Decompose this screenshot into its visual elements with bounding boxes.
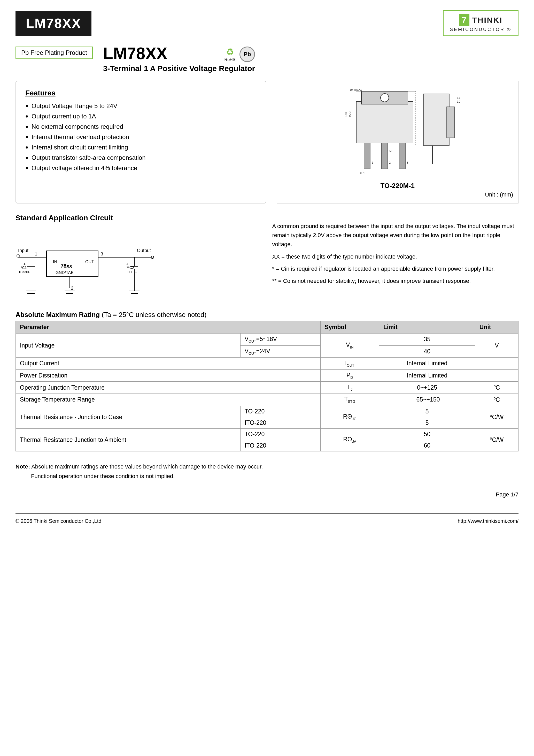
table-row: Thermal Resistance - Junction to Case TO… — [16, 406, 519, 417]
col-symbol: Symbol — [320, 321, 379, 334]
svg-text:0.76: 0.76 — [360, 172, 365, 175]
list-item: ●Output Voltage Range 5 to 24V — [25, 102, 257, 110]
limit-cell: 5 — [379, 406, 475, 417]
svg-text:2: 2 — [389, 161, 391, 164]
limit-cell: 60 — [379, 440, 475, 451]
package-svg: 1 2 3 4.3±0.10 1.23 10.46MAX 15.50 6.50 … — [336, 86, 460, 179]
limit-cell: Internal Limited — [379, 369, 475, 382]
page-indicator: Page 1/7 — [15, 491, 519, 498]
footer-website: http://www.thinkisemi.com/ — [458, 518, 519, 524]
svg-rect-0 — [356, 102, 413, 143]
condition-cell: VOUT=24V — [240, 345, 320, 358]
col-unit: Unit — [475, 321, 518, 334]
param-cell: Input Voltage — [16, 334, 241, 358]
rohs-icon: ♻ RoHS — [224, 46, 236, 62]
svg-text:10.46MAX: 10.46MAX — [350, 89, 362, 91]
svg-rect-6 — [423, 94, 449, 146]
product-title-block: LM78XX ♻ RoHS Pb 3-Terminal 1 A Positive… — [103, 44, 255, 73]
svg-rect-3 — [364, 143, 370, 169]
limit-cell: 35 — [379, 334, 475, 346]
limit-cell: 5 — [379, 417, 475, 428]
unit-cell: oC/W — [475, 428, 518, 451]
svg-text:0.1uF: 0.1uF — [128, 270, 137, 274]
symbol-cell: TJ — [320, 382, 379, 394]
svg-text:Output: Output — [137, 248, 151, 253]
svg-text:4.3±0.10: 4.3±0.10 — [457, 97, 460, 99]
symbol-cell: IOUT — [320, 358, 379, 370]
rohs-pb-icons: ♻ RoHS Pb — [224, 46, 255, 62]
unit-cell: oC — [475, 382, 518, 394]
unit-cell: oC — [475, 393, 518, 406]
note-line1: Absolute maximum ratings are those value… — [31, 463, 263, 470]
features-package-section: Features ●Output Voltage Range 5 to 24V … — [15, 81, 519, 203]
list-item: ●Output voltage offered in 4% tolerance — [25, 164, 257, 172]
desc-line-4: ** = Co is not needed for stability; how… — [272, 276, 519, 285]
svg-text:2: 2 — [71, 286, 73, 290]
table-row: Input Voltage VOUT=5~18V VIN 35 V — [16, 334, 519, 346]
note-line2: Functional operation under these conditi… — [15, 471, 519, 481]
product-title: LM78XX — [103, 44, 167, 63]
svg-text:1: 1 — [372, 161, 373, 164]
rohs-symbol: ♻ — [226, 46, 234, 57]
symbol-cell: PD — [320, 369, 379, 382]
param-cell: Power Dissipation — [16, 369, 320, 382]
svg-text:3: 3 — [407, 161, 408, 164]
unit-cell: V — [475, 334, 518, 358]
limit-cell: -65~+150 — [379, 393, 475, 406]
features-box: Features ●Output Voltage Range 5 to 24V … — [15, 81, 267, 203]
param-cell: Operating Junction Temperature — [16, 382, 320, 394]
svg-point-2 — [381, 94, 389, 102]
product-subtitle: 3-Terminal 1 A Positive Voltage Regulato… — [103, 64, 255, 73]
note-section: Note: Absolute maximum ratings are those… — [15, 462, 519, 481]
svg-text:6.50: 6.50 — [344, 112, 347, 117]
note-label: Note: — [15, 463, 30, 470]
unit-cell — [475, 358, 518, 370]
svg-text:Input: Input — [18, 248, 28, 253]
param-cell: Thermal Resistance Junction to Ambient — [16, 428, 241, 451]
svg-text:1.50: 1.50 — [387, 150, 393, 152]
condition-cell: ITO-220 — [240, 440, 320, 451]
col-param: Parameter — [16, 321, 320, 334]
symbol-cell: TSTG — [320, 393, 379, 406]
svg-text:1: 1 — [35, 252, 37, 256]
condition-cell: ITO-220 — [240, 417, 320, 428]
svg-text:OUT: OUT — [85, 259, 94, 264]
limit-cell: 50 — [379, 428, 475, 440]
logo-name: THINKI — [472, 16, 502, 25]
header-title: LM78XX — [15, 11, 91, 36]
rohs-label: RoHS — [224, 57, 236, 62]
features-title: Features — [25, 89, 257, 97]
svg-text:78xx: 78xx — [61, 263, 72, 269]
app-circuit-title: Standard Application Circuit — [15, 214, 262, 222]
logo-sub: SEMICONDUCTOR ® — [450, 27, 512, 32]
table-row: Storage Temperature Range TSTG -65~+150 … — [16, 393, 519, 406]
app-section: Standard Application Circuit Input 1 IN … — [15, 214, 519, 300]
rating-section: Absolute Maximum Rating (Ta = 25°C unles… — [15, 311, 519, 451]
description-block: A common ground is required between the … — [272, 214, 519, 300]
svg-rect-7 — [447, 107, 454, 138]
circuit-block: Standard Application Circuit Input 1 IN … — [15, 214, 262, 300]
table-row: Output Current IOUT Internal Limited — [16, 358, 519, 370]
footer: © 2006 Thinki Semiconductor Co.,Ltd. htt… — [15, 513, 519, 524]
symbol-cell: VIN — [320, 334, 379, 358]
param-cell: Thermal Resistance - Junction to Case — [16, 406, 241, 428]
footer-copyright: © 2006 Thinki Semiconductor Co.,Ltd. — [15, 518, 103, 524]
list-item: ●Output transistor safe-area compensatio… — [25, 154, 257, 161]
table-row: Thermal Resistance Junction to Ambient T… — [16, 428, 519, 440]
list-item: ●No external components required — [25, 123, 257, 130]
svg-text:GND/TAB: GND/TAB — [56, 270, 74, 275]
param-cell: Output Current — [16, 358, 320, 370]
table-row: Operating Junction Temperature TJ 0~+125… — [16, 382, 519, 394]
condition-cell: TO-220 — [240, 428, 320, 440]
rating-table: Parameter Symbol Limit Unit Input Voltag… — [15, 321, 519, 451]
svg-rect-5 — [399, 143, 405, 169]
pb-free-label: Pb Free Plating Product — [15, 46, 93, 59]
svg-text:**C2: **C2 — [127, 265, 134, 270]
unit-label: Unit : (mm) — [485, 191, 513, 198]
features-list: ●Output Voltage Range 5 to 24V ●Output c… — [25, 102, 257, 172]
svg-text:*C1: *C1 — [21, 265, 27, 270]
symbol-cell: RΘJA — [320, 428, 379, 451]
svg-text:3: 3 — [101, 252, 103, 256]
page-header: LM78XX 7 THINKI SEMICONDUCTOR ® — [15, 10, 519, 36]
svg-rect-4 — [382, 143, 388, 169]
